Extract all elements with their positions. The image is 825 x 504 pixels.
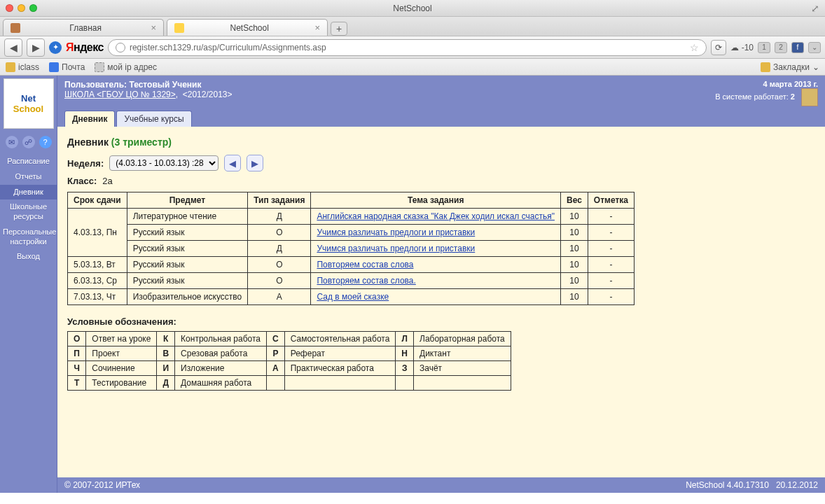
main-area: Пользователь: Тестовый Ученик ШКОЛА <ГБО… [57, 76, 825, 493]
address-bar[interactable]: register.sch1329.ru/asp/Curriculum/Assig… [108, 39, 707, 56]
window-controls [6, 4, 37, 12]
cell-weight: 10 [560, 209, 588, 225]
topic-link[interactable]: Английская народная сказка "Как Джек ход… [317, 211, 555, 221]
cell-mark: - [588, 273, 634, 289]
cell-subject: Русский язык [127, 257, 248, 273]
mail-indicator[interactable]: 1 [758, 42, 770, 53]
sidebar-item-resources[interactable]: Школьные ресурсы [0, 200, 57, 225]
minimize-window-icon[interactable] [18, 4, 25, 12]
legend-row: ООтвет на урокеККонтрольная работаССамос… [68, 332, 511, 346]
bookmark-icon [95, 62, 104, 72]
tab-diary[interactable]: Дневник [64, 111, 115, 127]
legend-row: ППроектВСрезовая работаРРефератНДиктант [68, 346, 511, 361]
legend-row: ЧСочинениеИИзложениеАПрактическая работа… [68, 361, 511, 376]
legend-key: В [157, 346, 175, 361]
tab-courses[interactable]: Учебные курсы [116, 111, 191, 127]
exit-icon[interactable] [801, 88, 818, 106]
browser-tab[interactable]: Главная × [3, 19, 164, 36]
copyright: © 2007-2012 ИРТех [64, 480, 140, 490]
topic-link[interactable]: Сад в моей сказке [317, 292, 389, 302]
cell-weight: 10 [560, 225, 588, 241]
bookmark-item[interactable]: мой ip адрес [95, 62, 157, 72]
sidebar-item-diary[interactable]: Дневник [0, 185, 57, 200]
window-title: NetSchool [393, 4, 431, 13]
week-select[interactable]: (4.03.13 - 10.03.13) :28 [109, 155, 219, 171]
col-topic: Тема задания [311, 192, 561, 209]
legend-key: Н [396, 346, 414, 361]
close-tab-icon[interactable]: × [151, 22, 156, 33]
cell-type: Д [248, 241, 311, 257]
tab-title: NetSchool [190, 23, 309, 33]
facebook-icon[interactable]: f [791, 42, 804, 53]
app-logo: Net School [4, 78, 54, 129]
user-info: Пользователь: Тестовый Ученик ШКОЛА <ГБО… [64, 80, 233, 106]
cell-topic: Учимся различать предлоги и приставки [311, 225, 561, 241]
bookmark-star-icon[interactable]: ☆ [690, 42, 699, 53]
sidebar-item-settings[interactable]: Персональные настройки [0, 225, 57, 250]
legend-row: ТТестированиеДДомашняя работа [68, 376, 511, 391]
cell-weight: 10 [560, 257, 588, 273]
legend-key: С [267, 332, 285, 346]
school-link[interactable]: ШКОЛА <ГБОУ ЦО № 1329> [64, 90, 176, 99]
cell-subject: Русский язык [127, 225, 248, 241]
next-week-button[interactable]: ▶ [247, 155, 263, 172]
cell-mark: - [588, 209, 634, 225]
page-title: Дневник (3 триместр) [67, 136, 815, 148]
legend-value: Диктант [414, 346, 511, 361]
bookmark-item[interactable]: iclass [6, 62, 39, 72]
legend-value: Срезовая работа [175, 346, 267, 361]
legend-value: Изложение [175, 361, 267, 376]
col-type: Тип задания [248, 192, 311, 209]
cell-weight: 10 [560, 241, 588, 257]
legend-key: К [157, 332, 175, 346]
footer: © 2007-2012 ИРТех NetSchool 4.40.17310 2… [57, 477, 825, 493]
sidebar-item-schedule[interactable]: Расписание [0, 154, 57, 169]
legend-value [414, 376, 511, 391]
cell-subject: Изобразительное искусство [127, 289, 248, 305]
zoom-window-icon[interactable] [29, 4, 37, 12]
table-row: 6.03.13, СрРусский языкОПовторяем состав… [68, 273, 635, 289]
legend-value: Проект [86, 346, 157, 361]
forum-icon[interactable]: ☍ [22, 136, 35, 148]
table-row: Русский языкДУчимся различать предлоги и… [68, 241, 635, 257]
bookmark-item[interactable]: Почта [49, 62, 85, 72]
help-icon[interactable]: ? [39, 136, 52, 148]
mail-icon[interactable]: ✉ [6, 136, 18, 148]
col-weight: Вес [560, 192, 588, 209]
cell-subject: Литературное чтение [127, 209, 248, 225]
topic-link[interactable]: Учимся различать предлоги и приставки [317, 244, 475, 253]
reload-button[interactable]: ⟳ [711, 40, 726, 55]
legend-key: И [157, 361, 175, 376]
legend-key: П [68, 346, 86, 361]
sidebar-item-reports[interactable]: Отчеты [0, 169, 57, 185]
content: Дневник (3 триместр) Неделя: (4.03.13 - … [57, 127, 825, 477]
week-row: Неделя: (4.03.13 - 10.03.13) :28 ◀ ▶ [67, 155, 815, 172]
week-label: Неделя: [67, 158, 104, 169]
cell-type: Д [248, 209, 311, 225]
legend-key: А [267, 361, 285, 376]
cell-mark: - [588, 257, 634, 273]
browser-tab[interactable]: NetSchool × [167, 19, 328, 36]
bookmarks-menu[interactable]: Закладки ⌄ [761, 62, 819, 72]
cell-due: 7.03.13, Чт [68, 289, 127, 305]
close-tab-icon[interactable]: × [314, 22, 320, 33]
class-value: 2а [102, 176, 112, 186]
legend-value: Контрольная работа [175, 332, 267, 346]
topic-link[interactable]: Учимся различать предлоги и приставки [317, 227, 475, 237]
forward-button[interactable]: ▶ [27, 38, 45, 57]
menu-chevron-icon[interactable]: ⌄ [808, 42, 821, 53]
weather-widget[interactable]: ☁ -10 [730, 43, 754, 52]
url-text: register.sch1329.ru/asp/Curriculum/Assig… [130, 43, 326, 52]
browser-tabstrip: Главная × NetSchool × + [0, 17, 825, 36]
back-button[interactable]: ◀ [4, 38, 22, 57]
notification-indicator[interactable]: 2 [775, 42, 787, 53]
close-window-icon[interactable] [6, 4, 13, 12]
new-tab-button[interactable]: + [331, 22, 347, 36]
prev-week-button[interactable]: ◀ [224, 155, 241, 172]
cell-topic: Учимся различать предлоги и приставки [311, 241, 561, 257]
sidebar-item-exit[interactable]: Выход [0, 249, 57, 265]
topic-link[interactable]: Повторяем состав слова [317, 260, 413, 270]
home-button[interactable]: ✦ [49, 41, 62, 54]
topic-link[interactable]: Повторяем состав слова. [317, 276, 415, 286]
fullscreen-icon[interactable]: ⤢ [811, 3, 819, 14]
